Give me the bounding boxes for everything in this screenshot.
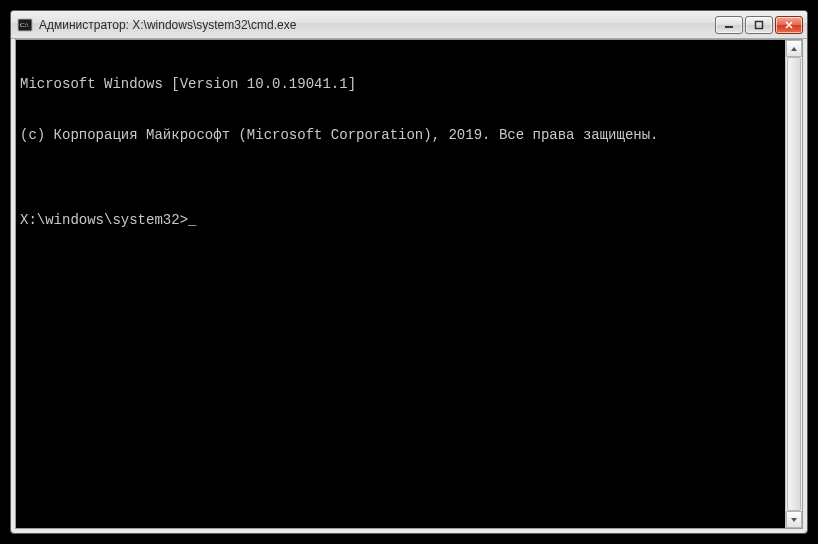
- vertical-scrollbar[interactable]: [785, 40, 802, 528]
- output-line: (c) Корпорация Майкрософт (Microsoft Cor…: [20, 127, 781, 144]
- output-line: Microsoft Windows [Version 10.0.19041.1]: [20, 76, 781, 93]
- cmd-icon: C:\: [17, 17, 33, 33]
- scroll-down-button[interactable]: [786, 511, 802, 528]
- minimize-button[interactable]: [715, 16, 743, 34]
- scroll-thumb[interactable]: [787, 57, 801, 511]
- close-button[interactable]: [775, 16, 803, 34]
- terminal-output[interactable]: Microsoft Windows [Version 10.0.19041.1]…: [16, 40, 785, 528]
- client-area: Microsoft Windows [Version 10.0.19041.1]…: [15, 39, 803, 529]
- window-controls: [715, 16, 803, 34]
- scroll-up-button[interactable]: [786, 40, 802, 57]
- maximize-button[interactable]: [745, 16, 773, 34]
- svg-rect-3: [756, 21, 763, 28]
- cursor: [188, 212, 196, 229]
- window-title: Администратор: X:\windows\system32\cmd.e…: [39, 18, 715, 32]
- svg-text:C:\: C:\: [20, 21, 29, 29]
- svg-rect-2: [725, 26, 733, 28]
- scroll-track[interactable]: [786, 57, 802, 511]
- titlebar[interactable]: C:\ Администратор: X:\windows\system32\c…: [11, 11, 807, 39]
- cmd-window: C:\ Администратор: X:\windows\system32\c…: [10, 10, 808, 534]
- prompt-text: X:\windows\system32>: [20, 212, 188, 229]
- prompt-row: X:\windows\system32>: [20, 212, 781, 229]
